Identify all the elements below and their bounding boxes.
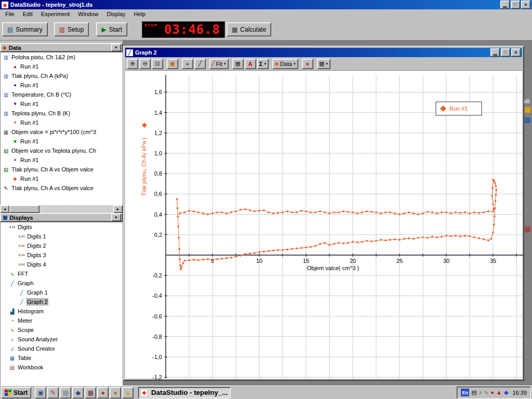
data-item[interactable]: ▥Teplota plynu, Ch B (K) xyxy=(1,109,122,118)
statistics-button[interactable]: Σ▼ xyxy=(257,59,269,69)
tray-icon[interactable]: ∿ xyxy=(484,389,488,396)
tray-icon[interactable]: ◆ xyxy=(504,389,508,396)
display-item-digits-3[interactable]: 3.14Digits 3 xyxy=(1,250,122,260)
quicklaunch-icon[interactable]: ▤ xyxy=(60,387,71,398)
data-item[interactable]: ✎Tlak plynu, Ch A vs Objem valce xyxy=(1,183,122,193)
menu-window[interactable]: Window xyxy=(74,10,102,18)
data-item[interactable]: ▥Temperature, Ch B (°C) xyxy=(1,90,122,99)
graph-close-button[interactable]: × xyxy=(511,48,521,57)
menu-display[interactable]: Display xyxy=(102,10,129,18)
menu-help[interactable]: Help xyxy=(130,10,150,18)
graph-window: ╱ Graph 2 ▁ □ × ⊕⊖⊡▣+╱╱Fit▼▦AΣ▼◆Data▼×▩▼… xyxy=(123,46,524,381)
zoom-out-button[interactable]: ⊖ xyxy=(139,59,151,69)
display-item-label: Table xyxy=(18,355,31,361)
run-item[interactable]: ■Run #1 xyxy=(1,137,122,146)
data-item[interactable]: ▧Tlak plynu, Ch A vs Objem valce xyxy=(1,165,122,174)
display-item-sound-creator[interactable]: ♫Sound Creator xyxy=(1,344,122,353)
maximize-button[interactable]: □ xyxy=(511,1,520,9)
display-item-digits-4[interactable]: 3.14Digits 4 xyxy=(1,260,122,269)
data-item[interactable]: ▥Tlak plynu, Ch A (kPa) xyxy=(1,71,122,81)
run-item[interactable]: ◆Run #1 xyxy=(1,174,122,183)
menu-file[interactable]: File xyxy=(1,10,19,18)
display-item-digits-1[interactable]: 3.14Digits 1 xyxy=(1,232,122,241)
data-item[interactable]: ▥Poloha pistu, Ch 1&2 (m) xyxy=(1,52,122,62)
data-tree-hscrollbar[interactable]: ◄ ► xyxy=(0,205,123,213)
chevron-down-icon: ▼ xyxy=(325,62,328,65)
run-item[interactable]: ×Run #1 xyxy=(1,155,122,165)
zoom-in-button[interactable]: ⊕ xyxy=(127,59,138,69)
run-marker-icon: + xyxy=(12,120,18,125)
display-item-graph[interactable]: ╱Graph xyxy=(1,278,122,288)
desktop-icon[interactable] xyxy=(525,227,530,232)
quicklaunch-icon[interactable]: ● xyxy=(110,387,121,398)
app-titlebar[interactable]: ◈ DataStudio - tepelny_stroj1.ds ▁ □ × xyxy=(0,0,532,9)
graph-plot-area[interactable]: -1,2-1,0-0,8-0,6-0,4-0,20,20,40,60,81,01… xyxy=(125,71,522,379)
calculate-button[interactable]: ▦ Calculate xyxy=(227,22,271,36)
displays-header-menu-button[interactable]: ▼ xyxy=(111,214,121,221)
graph-minimize-button[interactable]: ▁ xyxy=(490,48,500,57)
display-item-meter[interactable]: ◔Meter xyxy=(1,316,122,325)
run-item[interactable]: ▲Run #1 xyxy=(1,62,122,71)
data-item[interactable]: ▧Objem valce vs Teplota plynu, Ch xyxy=(1,146,122,155)
display-item-fft[interactable]: ∿FFT xyxy=(1,269,122,278)
quicklaunch-icon[interactable]: ▣ xyxy=(35,387,46,398)
display-item-digits[interactable]: 3.14Digits xyxy=(1,222,122,232)
display-item-graph-1[interactable]: ╱Graph 1 xyxy=(1,288,122,297)
setup-button[interactable]: ▧ Setup xyxy=(54,22,89,36)
run-item[interactable]: +Run #1 xyxy=(1,118,122,127)
tray-icon[interactable]: ▤ xyxy=(471,389,476,396)
text-tool-button[interactable]: A xyxy=(245,59,256,69)
start-menu-button[interactable]: Start xyxy=(1,387,31,398)
display-item-table[interactable]: ▦Table xyxy=(1,353,122,363)
tray-icon[interactable]: ▲ xyxy=(496,389,502,396)
quicklaunch-icon[interactable]: ● xyxy=(97,387,109,398)
app-icon: ◈ xyxy=(2,2,8,8)
quicklaunch-icon[interactable]: ▲ xyxy=(122,387,134,398)
taskbar-task-datastudio[interactable]: ◈ DataStudio - tepelny_... xyxy=(138,387,231,398)
data-item[interactable]: ▦Objem valce = pi*r*r*y*100 (cm^3 xyxy=(1,127,122,137)
scroll-right-button[interactable]: ► xyxy=(113,205,123,213)
display-item-workbook[interactable]: ▤Workbook xyxy=(1,363,122,372)
scroll-thumb[interactable] xyxy=(9,205,39,213)
desktop-icon[interactable] xyxy=(525,107,530,113)
data-menu-button[interactable]: ◆Data▼ xyxy=(272,59,298,69)
scale-to-fit-button[interactable]: ▣ xyxy=(167,59,178,69)
start-button[interactable]: ▶ Start xyxy=(96,22,127,36)
minimize-button[interactable]: ▁ xyxy=(500,1,510,9)
display-item-histogram[interactable]: ▟Histogram xyxy=(1,307,122,316)
display-item-digits-2[interactable]: 3.14Digits 2 xyxy=(1,241,122,250)
calculator-button[interactable]: ▦ xyxy=(232,59,244,69)
tray-icon[interactable]: ♪ xyxy=(479,389,482,396)
run-item[interactable]: ●Run #1 xyxy=(1,81,122,90)
desktop-icon[interactable] xyxy=(525,117,530,123)
run-item-label: Run #1 xyxy=(20,157,38,163)
pencil-icon: ✎ xyxy=(3,185,9,191)
quicklaunch-icon[interactable]: ▦ xyxy=(85,387,96,398)
display-item-label: Graph xyxy=(18,280,34,286)
quicklaunch-icon[interactable]: ✎ xyxy=(47,387,59,398)
quicklaunch-icon[interactable]: ◆ xyxy=(72,387,84,398)
tray-icon[interactable]: ● xyxy=(490,389,494,396)
scroll-track[interactable] xyxy=(39,205,113,213)
graph-window-titlebar[interactable]: ╱ Graph 2 ▁ □ × xyxy=(125,48,522,57)
display-item-sound-analyzer[interactable]: ♪Sound Analyzer xyxy=(1,335,122,344)
graph-window-icon: ╱ xyxy=(126,49,133,56)
summary-button[interactable]: ▤ Summary xyxy=(2,22,48,36)
display-item-graph-2[interactable]: ╱Graph 2 xyxy=(1,297,122,307)
settings-button[interactable]: ▩▼ xyxy=(317,59,330,69)
language-indicator[interactable]: En xyxy=(461,389,469,396)
scroll-left-button[interactable]: ◄ xyxy=(0,205,9,213)
menu-edit[interactable]: Edit xyxy=(19,10,37,18)
menu-experiment[interactable]: Experiment xyxy=(37,10,74,18)
svg-text:-0,8: -0,8 xyxy=(152,334,162,340)
run-item[interactable]: ▼Run #1 xyxy=(1,99,122,109)
display-item-scope[interactable]: ∿Scope xyxy=(1,325,122,335)
graph-maximize-button[interactable]: □ xyxy=(501,48,510,57)
fit-menu-button[interactable]: ╱Fit▼ xyxy=(209,59,229,69)
smart-tool-button[interactable]: + xyxy=(182,59,193,69)
close-button[interactable]: × xyxy=(521,1,530,9)
remove-button[interactable]: × xyxy=(302,59,313,69)
zoom-select-button[interactable]: ⊡ xyxy=(152,59,163,69)
slope-tool-button[interactable]: ╱ xyxy=(194,59,206,69)
data-header-menu-button[interactable]: ▼ xyxy=(111,44,121,51)
